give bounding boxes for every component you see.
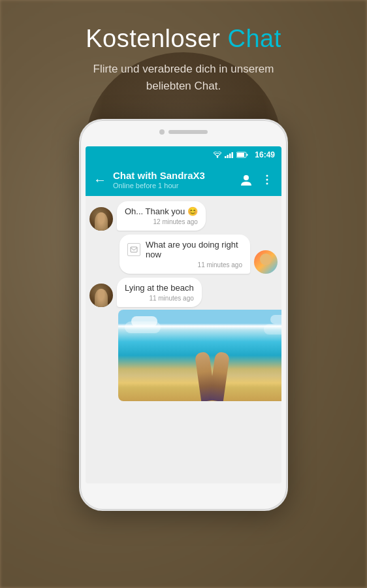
msg-time-2: 11 minutes ago	[127, 261, 242, 269]
svg-point-10	[266, 179, 268, 181]
subtitle: Flirte und verabrede dich in unserem bel…	[0, 61, 367, 94]
message-received-2: Lying at the beach 11 minutes ago	[89, 278, 278, 307]
chat-area: Oh... Thank you 😊 12 minutes ago	[86, 196, 281, 406]
cloud-4	[264, 324, 281, 335]
phone-camera	[159, 129, 165, 135]
message-sent-1: What are you doing right now 11 minutes …	[89, 235, 278, 274]
bubble-received-2: Lying at the beach 11 minutes ago	[117, 278, 202, 307]
more-icon[interactable]	[261, 173, 274, 186]
header-section: Kostenloser Chat Flirte und verabrede di…	[0, 0, 367, 94]
legs-silhouette	[193, 349, 232, 401]
phone-wrapper: 16:49 ← Chat with SandraX3 Online before…	[79, 119, 288, 511]
subtitle-line2: beliebten Chat.	[146, 80, 221, 92]
msg-time-1: 12 minutes ago	[125, 218, 198, 225]
phone-shell: 16:49 ← Chat with SandraX3 Online before…	[79, 119, 288, 511]
app-header: ← Chat with SandraX3 Online before 1 hou…	[86, 163, 281, 196]
status-bar: 16:49	[86, 146, 281, 163]
page-content: Kostenloser Chat Flirte und verabrede di…	[0, 0, 367, 588]
phone-top	[159, 129, 208, 135]
svg-point-9	[266, 175, 268, 177]
svg-point-11	[266, 183, 268, 185]
message-group-lying: Lying at the beach 11 minutes ago	[89, 278, 278, 401]
phone-speaker	[168, 130, 208, 134]
svg-rect-6	[237, 153, 244, 157]
phone-screen: 16:49 ← Chat with SandraX3 Online before…	[86, 146, 281, 483]
bubble-sent-1: What are you doing right now 11 minutes …	[120, 235, 250, 274]
svg-rect-1	[225, 156, 227, 158]
main-title: Kostenloser Chat	[0, 25, 367, 53]
cloud-2	[125, 321, 161, 333]
avatar-sandra-1	[89, 207, 113, 231]
status-time: 16:49	[255, 150, 275, 159]
header-actions	[240, 173, 274, 186]
beach-image-message	[118, 310, 281, 401]
title-normal: Kostenloser	[86, 25, 227, 52]
chat-title: Chat with SandraX3	[113, 170, 233, 181]
svg-point-8	[244, 175, 249, 180]
msg-time-3: 11 minutes ago	[125, 295, 194, 302]
bubble-received-1: Oh... Thank you 😊 12 minutes ago	[117, 201, 206, 231]
msg-text-1: Oh... Thank you 😊	[125, 206, 198, 216]
signal-icon	[225, 152, 234, 158]
avatar-me	[254, 250, 278, 274]
header-info: Chat with SandraX3 Online before 1 hour	[113, 170, 233, 189]
leg-right	[209, 351, 230, 401]
svg-point-0	[217, 156, 218, 157]
avatar-sandra-2	[89, 284, 113, 307]
contact-icon[interactable]	[240, 173, 253, 186]
status-icons: 16:49	[213, 150, 275, 159]
phone-side-button	[287, 212, 288, 244]
battery-icon	[236, 152, 248, 158]
envelope-icon	[130, 246, 138, 253]
title-accent: Chat	[227, 25, 281, 52]
msg-text-3: Lying at the beach	[125, 283, 194, 293]
svg-rect-2	[227, 155, 229, 158]
msg-text-2: What are you doing right now	[146, 240, 242, 259]
sent-inner: What are you doing right now	[127, 240, 242, 259]
chat-status: Online before 1 hour	[113, 182, 233, 189]
wifi-icon	[213, 152, 222, 158]
svg-rect-12	[131, 247, 137, 252]
svg-rect-4	[232, 152, 234, 158]
svg-rect-3	[229, 154, 231, 158]
back-button[interactable]: ←	[93, 172, 106, 188]
sent-status-icon	[127, 243, 140, 256]
message-received-1: Oh... Thank you 😊 12 minutes ago	[89, 201, 278, 231]
svg-rect-7	[247, 154, 248, 156]
cloud-3	[270, 315, 281, 324]
subtitle-line1: Flirte und verabrede dich in unserem	[93, 63, 274, 75]
